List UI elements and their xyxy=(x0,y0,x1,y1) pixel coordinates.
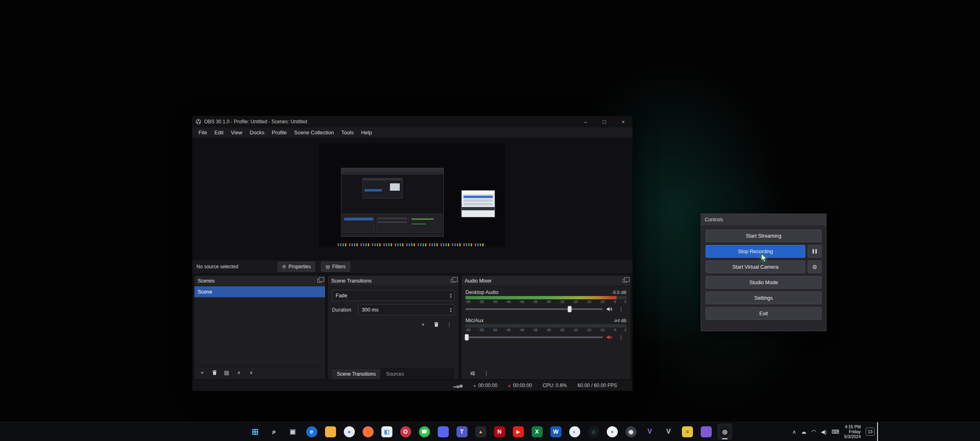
exit-button[interactable]: Exit xyxy=(706,307,822,320)
onedrive-icon[interactable]: ☁ xyxy=(801,429,806,435)
layers-app-icon[interactable]: ≡ xyxy=(680,423,695,440)
popout-icon[interactable] xyxy=(317,279,322,283)
add-transition-button[interactable]: + xyxy=(418,319,428,329)
tab-scene-transitions[interactable]: Scene Transitions xyxy=(332,369,381,379)
duration-spinner[interactable]: 300 ms ▴▾ xyxy=(358,304,454,315)
controls-dock: Controls Start Streaming Stop Recording … xyxy=(701,214,826,331)
popout-icon[interactable] xyxy=(451,279,455,283)
chrome-browser-icon[interactable]: ● xyxy=(342,423,356,440)
filter-icon: ▤ xyxy=(325,264,330,270)
pause-icon xyxy=(813,249,814,254)
menu-view[interactable]: View xyxy=(227,127,246,138)
discord-icon[interactable] xyxy=(436,423,450,440)
clock[interactable]: 4:16 PM Friday 5/3/2024 xyxy=(844,424,861,439)
purple-app-icon[interactable] xyxy=(699,423,713,440)
menu-scene-collection[interactable]: Scene Collection xyxy=(290,127,338,138)
volume-meter xyxy=(466,296,626,299)
channel-level: -5.5 dB xyxy=(612,290,626,295)
speaker-icon[interactable] xyxy=(606,306,612,312)
pause-recording-button[interactable] xyxy=(808,245,822,258)
volume-slider[interactable] xyxy=(466,336,603,338)
controls-dock-title[interactable]: Controls xyxy=(701,214,826,225)
popout-icon[interactable] xyxy=(623,279,627,283)
volume-slider[interactable] xyxy=(466,308,603,310)
file-explorer-icon[interactable] xyxy=(323,423,338,440)
network-icon[interactable]: ◠ xyxy=(811,429,816,435)
youtube-icon[interactable]: ▶ xyxy=(511,423,526,440)
menu-profile[interactable]: Profile xyxy=(268,127,290,138)
task-view-icon[interactable]: ▣ xyxy=(285,423,300,440)
remove-scene-button[interactable] xyxy=(209,368,220,378)
screen-edge-line xyxy=(877,422,878,441)
maximize-button[interactable]: □ xyxy=(595,116,614,127)
clock-date: 5/3/2024 xyxy=(844,434,861,439)
start-button-icon[interactable]: ⊞ xyxy=(248,423,263,440)
trash-icon xyxy=(212,370,217,375)
copilot-icon[interactable]: ◐ xyxy=(567,423,582,440)
move-scene-down-button[interactable]: ∨ xyxy=(246,368,256,378)
hidden-icons-chevron[interactable]: ∧ xyxy=(792,429,796,435)
channel-name: Desktop Audio xyxy=(466,290,499,295)
close-button[interactable]: × xyxy=(614,116,633,127)
audio-mixer-panel: Audio Mixer Desktop Audio -5.5 dB -60-55… xyxy=(461,275,631,380)
excel-icon[interactable]: X xyxy=(530,423,544,440)
stop-recording-button[interactable]: Stop Recording xyxy=(706,245,805,258)
search-icon[interactable]: ⌕ xyxy=(267,423,281,440)
scenes-panel: Scenes Scene + ▤ ∧ ∨ xyxy=(194,275,325,380)
transition-options-button[interactable]: ⋮ xyxy=(444,319,454,329)
studio-mode-button[interactable]: Studio Mode xyxy=(706,276,822,289)
mixer-toolbar: ⋮ xyxy=(466,367,626,379)
move-scene-up-button[interactable]: ∧ xyxy=(234,368,244,378)
github-desktop-icon[interactable]: ◉ xyxy=(624,423,638,440)
obs-titlebar[interactable]: OBS 30.1.0 - Profile: Untitled - Scenes:… xyxy=(192,116,633,127)
minimize-button[interactable]: – xyxy=(576,116,595,127)
microsoft-teams-icon[interactable]: T xyxy=(454,423,469,440)
preview-mini-taskbar xyxy=(338,243,486,246)
tab-sources[interactable]: Sources xyxy=(381,369,409,379)
start-streaming-button[interactable]: Start Streaming xyxy=(706,229,822,242)
menu-file[interactable]: File xyxy=(195,127,211,138)
dock-tabbar: Scene Transitions Sources xyxy=(332,368,454,379)
channel-options-button[interactable]: ⋮ xyxy=(616,332,626,342)
obs-studio-icon[interactable]: ◎ xyxy=(717,423,732,440)
scene-list-item[interactable]: Scene xyxy=(194,286,325,297)
vivaldi-icon[interactable]: V xyxy=(642,423,657,440)
opera-browser-icon[interactable]: O xyxy=(398,423,413,440)
trash-icon xyxy=(434,322,439,327)
transition-select[interactable]: Fade ▴▾ xyxy=(332,290,454,301)
remove-transition-button[interactable] xyxy=(431,319,441,329)
tray-icons: ∧☁◠◀)⌨ xyxy=(792,429,839,435)
settings-button[interactable]: Settings xyxy=(706,292,822,304)
menu-edit[interactable]: Edit xyxy=(211,127,227,138)
start-virtual-camera-button[interactable]: Start Virtual Camera xyxy=(706,261,805,273)
slider-handle[interactable] xyxy=(568,306,572,312)
add-scene-button[interactable]: + xyxy=(197,368,207,378)
whatsapp-icon[interactable]: ☎ xyxy=(417,423,432,440)
dock-panels: Scenes Scene + ▤ ∧ ∨ Scene Transitions xyxy=(192,274,633,380)
menu-docks[interactable]: Docks xyxy=(246,127,268,138)
slider-handle[interactable] xyxy=(465,334,469,341)
spotify-icon[interactable]: ♫ xyxy=(586,423,601,440)
advanced-audio-button[interactable] xyxy=(467,368,478,378)
mixer-options-button[interactable]: ⋮ xyxy=(481,368,492,378)
edge-browser-icon[interactable]: e xyxy=(304,423,319,440)
volume-icon[interactable]: ◀) xyxy=(821,429,826,435)
chatgpt-icon[interactable]: ● xyxy=(605,423,619,440)
photos-app-icon[interactable]: ◧ xyxy=(379,423,394,440)
filters-button[interactable]: ▤ Filters xyxy=(321,262,350,272)
keyboard-icon[interactable]: ⌨ xyxy=(831,429,839,435)
firefox-browser-icon[interactable] xyxy=(361,423,375,440)
channel-options-button[interactable]: ⋮ xyxy=(616,304,626,314)
netflix-icon[interactable]: N xyxy=(492,423,507,440)
v-app-icon[interactable]: V xyxy=(661,423,676,440)
menu-help[interactable]: Help xyxy=(357,127,376,138)
word-icon[interactable]: W xyxy=(548,423,563,440)
speaker-muted-icon[interactable] xyxy=(606,334,612,341)
menu-tools[interactable]: Tools xyxy=(338,127,357,138)
scene-filters-button[interactable]: ▤ xyxy=(221,368,232,378)
google-drive-icon[interactable]: ▲ xyxy=(473,423,488,440)
notification-count-badge[interactable]: 13 xyxy=(866,428,875,436)
no-source-label: No source selected xyxy=(196,264,238,270)
virtual-camera-settings-button[interactable]: ⚙ xyxy=(808,261,822,273)
properties-button[interactable]: ⚙ Properties xyxy=(278,262,316,272)
